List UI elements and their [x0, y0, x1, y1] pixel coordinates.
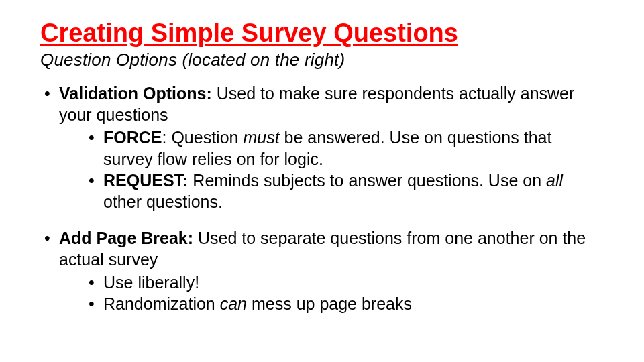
- slide: Creating Simple Survey Questions Questio…: [0, 0, 644, 362]
- list-item: REQUEST: Reminds subjects to answer ques…: [86, 170, 604, 213]
- sub-em: must: [243, 128, 279, 147]
- list-item: FORCE: Question must be answered. Use on…: [86, 127, 604, 170]
- sub-rest: mess up page breaks: [247, 294, 412, 313]
- bullet-lead: Add Page Break:: [59, 229, 193, 247]
- sub-list: Use liberally! Randomization can mess up…: [59, 272, 604, 314]
- list-item: Validation Options: Used to make sure re…: [40, 82, 604, 213]
- sub-lead: REQUEST:: [103, 171, 188, 190]
- sub-em: can: [220, 294, 247, 313]
- list-item: Add Page Break: Used to separate questio…: [40, 227, 604, 314]
- slide-subtitle: Question Options (located on the right): [40, 50, 604, 70]
- sub-text: Reminds subjects to answer questions. Us…: [188, 171, 546, 190]
- list-item: Use liberally!: [86, 272, 604, 293]
- list-item: Randomization can mess up page breaks: [86, 293, 604, 314]
- slide-title: Creating Simple Survey Questions: [40, 19, 604, 48]
- sub-text: : Question: [162, 128, 244, 147]
- sub-text: Randomization: [103, 294, 220, 313]
- sub-lead: FORCE: [103, 128, 162, 147]
- sub-em: all: [546, 171, 563, 190]
- bullet-list: Validation Options: Used to make sure re…: [40, 82, 604, 314]
- sub-list: FORCE: Question must be answered. Use on…: [59, 127, 604, 213]
- sub-text: Use liberally!: [103, 273, 199, 292]
- bullet-lead: Validation Options:: [59, 84, 212, 103]
- sub-rest: other questions.: [103, 192, 223, 211]
